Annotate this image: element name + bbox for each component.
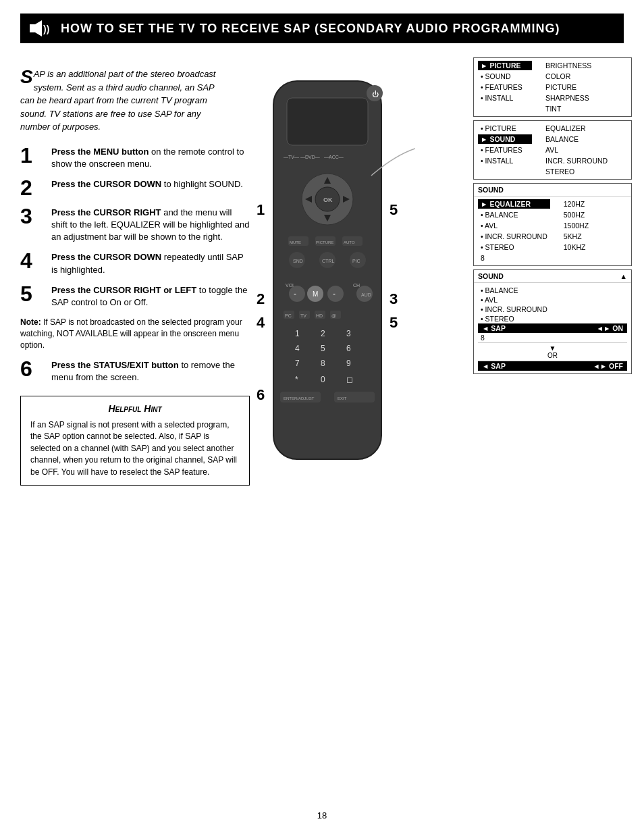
svg-text:EXIT: EXIT xyxy=(338,396,347,400)
menu-panel-3: SOUND ► EQUALIZER • BALANCE • AVL • INCR… xyxy=(473,183,632,266)
svg-text:4: 4 xyxy=(257,314,265,331)
hint-title: Helpful Hint xyxy=(30,403,240,414)
svg-marker-1 xyxy=(35,20,42,36)
header-bar: )) How to Set the TV to Receive SAP (Sec… xyxy=(20,14,624,43)
svg-text:OK: OK xyxy=(323,197,333,203)
svg-text:PICTURE: PICTURE xyxy=(316,240,333,244)
left-content: SAP is an additional part of the stereo … xyxy=(20,68,250,486)
step-4-number: 4 xyxy=(20,250,46,271)
step-6-number: 6 xyxy=(20,358,46,380)
step-2-number: 2 xyxy=(20,177,46,199)
p2r-equalizer: EQUALIZER xyxy=(543,124,610,133)
step-1-text: Press the MENU button on the remote cont… xyxy=(51,146,250,170)
svg-text:3: 3 xyxy=(390,290,398,307)
svg-text:1: 1 xyxy=(257,201,265,218)
p1r-brightness: BRIGHTNESS xyxy=(543,61,594,70)
step-2-text: Press the CURSOR DOWN to highlight SOUND… xyxy=(51,178,243,190)
p2r-incr: INCR. SURROUND xyxy=(543,156,610,165)
panel3-avl: • AVL xyxy=(478,221,550,230)
step-4: 4 Press the CURSOR DOWN repeatedly until… xyxy=(20,251,250,276)
step-1: 1 Press the MENU button on the remote co… xyxy=(20,146,250,170)
panel1-install: • INSTALL xyxy=(478,93,532,103)
p3r-10k: 10KHZ xyxy=(561,242,591,252)
sound-icon: )) xyxy=(30,19,54,38)
panel4-header: SOUND xyxy=(478,272,504,280)
svg-text:AUD: AUD xyxy=(361,292,371,297)
svg-text:9: 9 xyxy=(346,359,351,368)
intro-text: SAP is an additional part of the stereo … xyxy=(20,68,230,134)
svg-text:0: 0 xyxy=(321,375,325,384)
menu-panel-4: SOUND ▲ • BALANCE • AVL • INCR. SURROUND… xyxy=(473,269,632,374)
svg-text:PC: PC xyxy=(285,313,292,318)
svg-text:—DVD—: —DVD— xyxy=(300,155,320,159)
panel4-avl: • AVL xyxy=(478,295,627,305)
step-5-number: 5 xyxy=(20,283,46,305)
svg-text:—ACC—: —ACC— xyxy=(324,155,344,159)
step-5: 5 Press the CURSOR RIGHT or LEFT to togg… xyxy=(20,284,250,309)
step-6: 6 Press the STATUS/EXIT button to remove… xyxy=(20,359,250,384)
svg-text:6: 6 xyxy=(257,386,265,403)
panel2-features: • FEATURES xyxy=(478,145,532,155)
panel4-sap-off: ◄ SAP ◄► OFF xyxy=(478,361,627,371)
svg-text:CH: CH xyxy=(353,283,360,288)
svg-text:ENTER/ADJUST: ENTER/ADJUST xyxy=(284,396,315,400)
svg-text:CTRL: CTRL xyxy=(322,259,334,263)
svg-text:HD: HD xyxy=(316,313,323,318)
hint-box: Helpful Hint If an SAP signal is not pre… xyxy=(20,396,250,486)
page-number: 18 xyxy=(317,810,327,820)
menu-panel-2: • PICTURE ► SOUND • FEATURES • INSTALL E… xyxy=(473,120,632,180)
svg-text:1: 1 xyxy=(295,329,300,338)
step-5-text: Press the CURSOR RIGHT or LEFT to toggle… xyxy=(51,284,250,309)
svg-text:⏻: ⏻ xyxy=(372,90,379,98)
svg-text:MUTE: MUTE xyxy=(290,240,301,244)
panels-container: ► PICTURE • SOUND • FEATURES • INSTALL B… xyxy=(473,57,632,377)
svg-text:-: - xyxy=(294,289,296,298)
panel2-install: • INSTALL xyxy=(478,156,532,165)
remote-illustration: ⏻ —TV— —DVD— —ACC— OK MUTE PIC xyxy=(230,57,425,496)
drop-cap: S xyxy=(20,68,33,86)
panel4-or: ▼OR xyxy=(478,342,627,361)
p1r-picture: PICTURE xyxy=(543,82,594,92)
svg-text:6: 6 xyxy=(346,344,351,353)
note-label: Note: xyxy=(20,317,41,327)
svg-text:—TV—: —TV— xyxy=(284,155,299,159)
step-2: 2 Press the CURSOR DOWN to highlight SOU… xyxy=(20,178,250,199)
panel3-incr: • INCR. SURROUND xyxy=(478,232,550,241)
step-1-number: 1 xyxy=(20,145,46,166)
p2r-avl: AVL xyxy=(543,145,610,155)
svg-text:SND: SND xyxy=(293,259,303,263)
svg-text:*: * xyxy=(295,375,298,384)
p2r-stereo: STEREO xyxy=(543,167,610,176)
svg-text:AUTO: AUTO xyxy=(344,240,355,244)
svg-text:@: @ xyxy=(331,313,336,318)
svg-text:◻: ◻ xyxy=(346,375,353,384)
svg-text:8: 8 xyxy=(321,359,325,368)
p3r-120: 120HZ xyxy=(561,199,591,209)
step-6-text: Press the STATUS/EXIT button to remove t… xyxy=(51,359,250,384)
page-container: )) How to Set the TV to Receive SAP (Sec… xyxy=(0,0,644,834)
svg-text:2: 2 xyxy=(257,290,265,307)
svg-point-34 xyxy=(327,286,344,302)
panel4-up-arrow: ▲ xyxy=(620,272,627,280)
svg-text:4: 4 xyxy=(295,344,300,353)
p2r-balance: BALANCE xyxy=(543,134,610,144)
intro-body: AP is an additional part of the stereo b… xyxy=(20,69,215,132)
p1r-sharpness: SHARPNESS xyxy=(543,93,594,103)
panel3-balance: • BALANCE xyxy=(478,210,550,219)
svg-text:7: 7 xyxy=(295,359,300,368)
note-text: If SAP is not broadcasted on the selecte… xyxy=(20,317,242,350)
svg-text:5: 5 xyxy=(321,344,325,353)
svg-text:)): )) xyxy=(43,24,49,34)
remote-svg: ⏻ —TV— —DVD— —ACC— OK MUTE PIC xyxy=(240,68,415,486)
panel1-picture: PICTURE xyxy=(489,61,520,70)
step-3-text: Press the CURSOR RIGHT and the menu will… xyxy=(51,207,250,244)
panel1-sound: • SOUND xyxy=(478,72,532,81)
p1r-color: COLOR xyxy=(543,72,594,81)
panel4-incr: • INCR. SURROUND xyxy=(478,305,627,314)
menu-panel-1: ► PICTURE • SOUND • FEATURES • INSTALL B… xyxy=(473,57,632,117)
p1r-tint: TINT xyxy=(543,104,594,113)
hint-text: If an SAP signal is not present with a s… xyxy=(30,419,240,478)
panel1-features: • FEATURES xyxy=(478,82,532,92)
svg-text:5: 5 xyxy=(390,201,398,218)
svg-text:M: M xyxy=(313,290,318,298)
